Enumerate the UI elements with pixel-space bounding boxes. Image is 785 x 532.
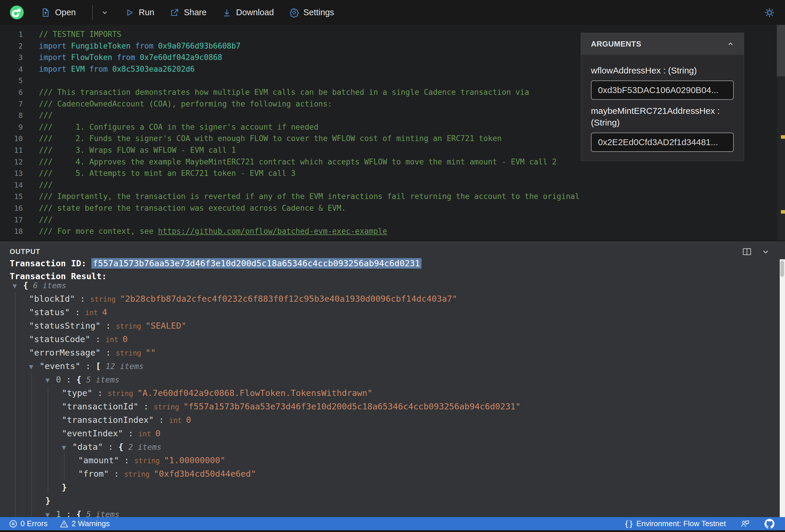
environment-status[interactable]: {} Environment: Flow Testnet — [624, 519, 726, 528]
editor-scrollbar[interactable] — [777, 25, 785, 240]
code-token: /// 4. Approves the example MaybeMintERC… — [39, 157, 557, 166]
tree-row: "statusString" : string "SEALED" — [0, 319, 779, 332]
feedback-button[interactable] — [740, 519, 750, 529]
code-link[interactable]: https://github.com/onflow/batched-evm-ex… — [158, 227, 387, 235]
indent-guide — [48, 481, 48, 494]
line-number: 6 — [0, 86, 31, 98]
tree-token: [ — [96, 361, 101, 371]
code-token: FlowToken — [71, 53, 112, 62]
collapse-triangle-icon[interactable]: ▼ — [62, 441, 72, 454]
environment-label: Environment: Flow Testnet — [636, 519, 726, 528]
indent-guide — [31, 507, 32, 517]
indent-guide — [48, 386, 48, 400]
code-text: /// For more context, see https://github… — [31, 226, 387, 237]
tree-row: "from" : string "0xfd3b4cd50d44e6ed" — [0, 467, 779, 481]
code-line[interactable]: 16/// state before the transaction was e… — [0, 203, 776, 214]
error-icon — [9, 520, 18, 528]
code-text: /// 4. Approves the example MaybeMintERC… — [31, 156, 557, 168]
github-icon — [764, 519, 775, 529]
tree-token: : — [103, 442, 118, 452]
argument-input[interactable]: 0x2E2Ed0Cfd3AD2f1d34481... — [591, 132, 734, 152]
output-scrollbar[interactable] — [780, 259, 785, 517]
warnings-status[interactable]: 2 Warnings — [60, 519, 110, 528]
indent-guide — [15, 332, 16, 346]
code-line[interactable]: 13/// 5. Attempts to mint an ERC721 toke… — [0, 168, 776, 179]
code-line[interactable]: 18/// For more context, see https://gith… — [0, 226, 776, 237]
status-bar-left: 0 Errors 2 Warnings — [9, 519, 119, 528]
share-button[interactable]: Share — [170, 8, 206, 18]
tree-row: ▼1 : { 5 items — [0, 507, 779, 517]
output-scrollbar-thumb[interactable] — [780, 260, 784, 277]
tree-token: "errorMessage" — [29, 348, 100, 358]
line-number: 15 — [0, 191, 31, 203]
tree-token: "A.7e60df042a9c0868.FlowToken.TokensWith… — [137, 388, 372, 398]
run-button[interactable]: Run — [124, 8, 154, 18]
indent-guide — [48, 413, 48, 427]
desktop-background-strip — [0, 530, 785, 532]
open-dropdown-button[interactable] — [100, 8, 109, 17]
tree-token: string — [134, 457, 164, 465]
tree-token: { — [76, 375, 81, 384]
code-token — [67, 53, 71, 62]
code-text: /// state before the transaction was exe… — [31, 203, 346, 214]
code-line[interactable]: 17/// — [0, 214, 776, 226]
tree-token: string — [154, 403, 183, 411]
line-number: 7 — [0, 98, 31, 110]
code-text: /// 3. Wraps FLOW as WFLOW - EVM call 1 — [31, 145, 236, 156]
code-line[interactable]: 15/// Importantly, the transaction is re… — [0, 191, 776, 203]
argument-label: maybeMintERC721AddressHex : (String) — [591, 105, 734, 128]
tree-row: "status" : int 4 — [0, 305, 779, 319]
errors-count: 0 Errors — [21, 519, 47, 528]
code-token — [112, 53, 117, 62]
tree-token: : — [154, 415, 169, 425]
code-text: import FlowToken from 0x7e60df042a9c0868 — [31, 52, 222, 64]
tree-token: string — [116, 322, 146, 330]
tree-row: "transactionIndex" : int 0 — [0, 413, 779, 427]
transaction-id-label: Transaction ID: — [10, 258, 91, 268]
status-bar: 0 Errors 2 Warnings {} Environment: Flow… — [0, 517, 785, 530]
collapse-triangle-icon[interactable]: ▼ — [29, 360, 40, 373]
github-button[interactable] — [764, 519, 775, 529]
open-button[interactable]: Open — [41, 8, 76, 18]
code-line[interactable]: 14/// — [0, 179, 776, 191]
toolbar: Open Run Share Download — [0, 0, 785, 25]
tree-token: 4 — [102, 307, 107, 317]
collapse-output-chevron-icon[interactable] — [760, 246, 771, 257]
code-token: /// Importantly, the transaction is reve… — [39, 192, 580, 201]
split-editor-icon[interactable] — [742, 246, 752, 257]
indent-guide — [31, 440, 32, 454]
tree-row: ▼"data" : { 2 items — [0, 440, 779, 454]
argument-input[interactable]: 0xd3bF53DAC106A0290B04... — [591, 80, 734, 100]
tree-token: string — [124, 470, 154, 478]
tree-row: ▼{ 6 items — [0, 279, 779, 292]
settings-gear-icon — [289, 8, 299, 18]
download-button[interactable]: Download — [222, 8, 274, 18]
tree-token: string — [108, 389, 137, 398]
collapse-triangle-icon[interactable]: ▼ — [12, 279, 23, 293]
tree-token: int — [85, 309, 102, 317]
feedback-person-icon — [740, 519, 750, 529]
collapse-triangle-icon[interactable]: ▼ — [45, 508, 56, 517]
settings-button[interactable]: Settings — [289, 8, 334, 18]
line-number: 11 — [0, 145, 31, 156]
indent-guide — [48, 467, 48, 481]
code-token: from — [89, 65, 108, 73]
errors-status[interactable]: 0 Errors — [9, 519, 47, 528]
code-token: import — [39, 65, 67, 73]
tree-token: 12 items — [101, 362, 144, 371]
transaction-id-value: f557a1573b76aa53e73d46f3e10d200d5c18a653… — [91, 258, 421, 269]
code-text — [31, 75, 39, 86]
collapse-triangle-icon[interactable]: ▼ — [45, 373, 56, 387]
status-bar-right: {} Environment: Flow Testnet — [613, 519, 775, 529]
collapse-chevron-up-icon[interactable] — [726, 40, 735, 48]
indent-guide — [31, 413, 32, 427]
code-token: /// 2. Funds the signer's COA with enoug… — [39, 134, 502, 143]
flow-logo[interactable] — [10, 5, 24, 19]
code-token — [67, 65, 71, 73]
arguments-header[interactable]: ARGUMENTS — [581, 33, 744, 55]
indent-guide — [64, 467, 65, 481]
indent-guide — [15, 467, 16, 481]
theme-toggle-sun-icon[interactable] — [764, 7, 775, 18]
editor-scrollbar-thumb[interactable] — [777, 25, 785, 76]
indent-guide — [15, 305, 16, 319]
